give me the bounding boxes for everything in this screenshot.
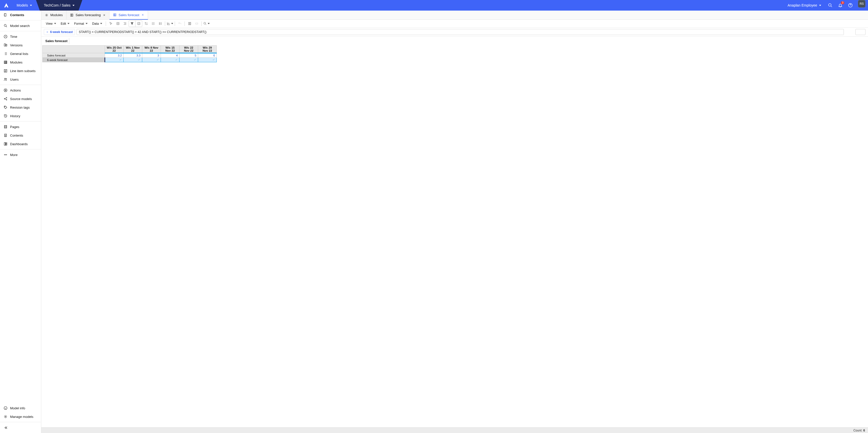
svg-point-10	[4, 89, 7, 92]
workspace-label: TechCom / Sales	[44, 3, 70, 7]
sidebar-history[interactable]: History	[0, 112, 41, 120]
sidebar-label: Line item subsets	[10, 69, 35, 73]
sidebar-label: Model search	[10, 24, 30, 28]
sidebar-label: Revision tags	[10, 106, 30, 109]
menu-view[interactable]: View	[44, 21, 58, 26]
app-logo[interactable]	[0, 0, 12, 10]
status-count-label: Count:	[854, 429, 862, 432]
svg-point-25	[5, 154, 6, 155]
grid-cell[interactable]	[180, 58, 198, 62]
svg-rect-6	[4, 61, 7, 64]
tab-sales-forecasting[interactable]: Sales forecasting	[66, 10, 110, 20]
svg-point-26	[6, 154, 7, 155]
column-header[interactable]: W/c 29 Nov 22	[198, 46, 217, 53]
grid-cell[interactable]	[198, 58, 217, 62]
sidebar-dashboards[interactable]: Dashboards	[0, 140, 41, 148]
sheet-title[interactable]: Sales forecast	[44, 38, 69, 44]
checkmark-icon	[119, 58, 122, 61]
filter-button[interactable]	[129, 21, 135, 27]
search-grid-button[interactable]	[203, 21, 210, 27]
tab-sales-forecast[interactable]: Sales forecast	[110, 10, 148, 20]
grid-cell[interactable]: 5	[180, 53, 198, 58]
grid-button[interactable]	[150, 21, 156, 27]
column-header[interactable]: W/c 25 Oct 22	[105, 46, 124, 53]
sidebar-contents-header[interactable]: Contents	[0, 10, 41, 19]
grid-cell[interactable]	[161, 58, 180, 62]
grid-cell[interactable]: 3	[142, 53, 161, 58]
tab-modules[interactable]: Modules	[41, 10, 66, 20]
sidebar-actions[interactable]: Actions	[0, 86, 41, 94]
svg-rect-31	[72, 14, 73, 16]
select-tool-button[interactable]	[107, 21, 114, 27]
clock-icon	[3, 34, 7, 38]
chevron-down-icon	[30, 5, 32, 6]
sidebar-time[interactable]: Time	[0, 32, 41, 41]
sidebar-model-info[interactable]: Model info	[0, 404, 41, 412]
grid-cell[interactable]: 6	[198, 53, 217, 58]
grid-cell[interactable]: 3.2	[105, 53, 124, 58]
grid-cell[interactable]	[105, 58, 124, 62]
search-button[interactable]	[825, 0, 835, 10]
sidebar-pages[interactable]: Pages	[0, 122, 41, 131]
close-icon[interactable]	[141, 13, 144, 17]
formula-input[interactable]: START() < CURRENTPERIODSTART() + 42 AND …	[76, 29, 844, 35]
svg-rect-32	[114, 13, 116, 16]
delete-column-button[interactable]	[193, 21, 200, 27]
sidebar-general-lists[interactable]: General lists	[0, 49, 41, 58]
svg-rect-15	[4, 125, 6, 128]
sidebar-model-search[interactable]: Model search	[0, 22, 41, 30]
column-header[interactable]: W/c 15 Nov 22	[161, 46, 180, 53]
menu-data[interactable]: Data	[90, 21, 104, 26]
sidebar-manage-models[interactable]: Manage models	[0, 412, 41, 421]
sidebar-contents[interactable]: Contents	[0, 131, 41, 140]
sidebar-label: Users	[10, 78, 19, 81]
sidebar-modules[interactable]: Modules	[0, 58, 41, 66]
checkbox-button[interactable]	[135, 21, 142, 27]
column-header[interactable]: W/c 8 Nov 22	[142, 46, 161, 53]
notifications-button[interactable]: 3	[835, 0, 845, 10]
sidebar-versions[interactable]: Versions	[0, 41, 41, 49]
undo-button[interactable]	[177, 21, 183, 27]
grid-cell[interactable]: 4	[161, 53, 180, 58]
grid-corner[interactable]	[42, 46, 105, 53]
user-avatar[interactable]: RS	[858, 0, 866, 7]
column-header[interactable]: W/c 22 Nov 22	[180, 46, 198, 53]
indent-button[interactable]	[122, 21, 128, 27]
svg-rect-22	[6, 143, 7, 144]
sidebar-line-item-subsets[interactable]: Line item subsets	[0, 66, 41, 75]
chevron-double-left-icon	[4, 426, 8, 430]
row-header[interactable]: 6-week forecast	[42, 58, 105, 62]
sort-button[interactable]	[143, 21, 149, 27]
insert-column-button[interactable]	[186, 21, 193, 27]
close-icon[interactable]	[103, 13, 106, 17]
line-item-selector[interactable]: 6-week forecast	[44, 29, 75, 35]
compare-button[interactable]	[157, 21, 163, 27]
sidebar-collapse-button[interactable]	[0, 423, 41, 433]
sidebar-more[interactable]: More	[0, 150, 41, 159]
sidebar-revision-tags[interactable]: Revision tags	[0, 103, 41, 112]
sidebar-users[interactable]: Users	[0, 75, 41, 84]
tab-label: Sales forecasting	[75, 13, 101, 17]
column-header[interactable]: W/c 1 Nov 22	[124, 46, 142, 53]
search-icon	[3, 24, 7, 28]
help-button[interactable]	[845, 0, 856, 10]
models-dropdown[interactable]: Models	[12, 0, 36, 10]
svg-point-14	[5, 107, 5, 107]
menu-edit[interactable]: Edit	[59, 21, 72, 26]
grid-cell[interactable]: 3.3	[124, 53, 142, 58]
document-icon	[3, 133, 7, 137]
copy-down-button[interactable]	[115, 21, 121, 27]
sidebar-source-models[interactable]: Source models	[0, 94, 41, 103]
formula-text: START() < CURRENTPERIODSTART() + 42 AND …	[79, 30, 207, 34]
grid-cell[interactable]	[142, 58, 161, 62]
chart-button[interactable]	[167, 21, 173, 27]
row-header[interactable]: Sales forecast	[42, 53, 105, 58]
filter-group	[129, 21, 142, 27]
toolbar: View Edit Format Data	[41, 20, 868, 28]
grid-cell[interactable]	[124, 58, 142, 62]
user-dropdown[interactable]: Anaplan Employee	[783, 0, 825, 10]
formula-aux-input[interactable]	[856, 29, 866, 35]
workspace-dropdown[interactable]: TechCom / Sales	[40, 0, 79, 10]
pages-icon	[3, 125, 7, 129]
menu-format[interactable]: Format	[72, 21, 90, 26]
